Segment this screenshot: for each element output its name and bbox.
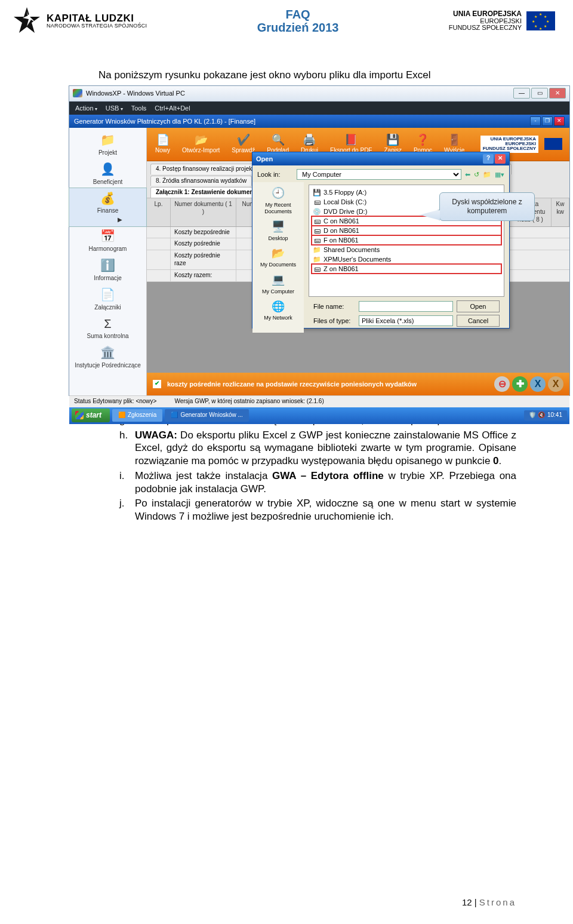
excel-import-button[interactable]: X (530, 376, 546, 392)
place-recent[interactable]: 🕘My Recent Documents (252, 186, 304, 216)
filename-label: File name: (313, 302, 355, 311)
add-button[interactable]: ✚ (512, 376, 528, 392)
list-item-i: i. Możliwa jest także instalacja GWA – E… (119, 469, 516, 496)
open-button[interactable]: Open (457, 300, 500, 312)
lookin-select[interactable]: My Computer (297, 169, 461, 180)
window-buttons: — ▭ ✕ (513, 88, 566, 99)
remove-button[interactable]: ⊖ (494, 376, 510, 392)
nav-informacje[interactable]: ℹ️Informacje (69, 256, 146, 285)
intro-text: Na poniższym rysunku pokazane jest okno … (98, 69, 516, 82)
vpc-title-text: WindowsXP - Windows Virtual PC (86, 89, 185, 97)
checkbar: ✔ koszty pośrednie rozliczane na podstaw… (147, 373, 569, 395)
app-close-button[interactable]: ✕ (554, 116, 565, 126)
excel-export-button[interactable]: X (548, 376, 563, 392)
checkbox-icon[interactable]: ✔ (153, 380, 161, 388)
dialog-bottom: File name: Open Files of type: Pliki Exc… (309, 297, 504, 330)
taskbar-item[interactable]: 🟦 Generator Wniosków ... (165, 409, 248, 422)
eu-text: UNIA EUROPEJSKA EUROPEJSKI FUNDUSZ SPOŁE… (449, 10, 522, 32)
lookin-row: Look in: My Computer ⬅ ↺ 📁 ▦▾ (257, 169, 504, 180)
dialog-close-button[interactable]: ✕ (495, 154, 506, 164)
open-dialog: Open ? ✕ Look in: My Computer ⬅ ↺ 📁 ▦▾ (252, 152, 510, 329)
place-mynet[interactable]: 🌐My Network (264, 299, 292, 322)
left-nav: 📁Projekt 👤Beneficjent 💰Finanse▶ 📅Harmono… (69, 128, 147, 395)
list-item-shared-z[interactable]: 🖴Z on NB061 (312, 264, 501, 274)
menu-usb[interactable]: USB (106, 104, 123, 112)
place-mycomp[interactable]: 💻My Computer (262, 272, 294, 296)
page-word: Strona (479, 897, 516, 907)
list-item-shared-f[interactable]: 🖴F on NB061 (312, 235, 501, 245)
nav-instytucje[interactable]: 🏛️Instytucje Pośredniczące (69, 343, 146, 372)
list-item[interactable]: 📁Shared Documents (312, 245, 501, 254)
status-bar: Status Edytowany plik: <nowy> Wersja GWP… (69, 395, 569, 407)
eu-flag-small-icon (544, 138, 562, 150)
app-restore-button[interactable]: ❐ (542, 116, 553, 126)
place-desktop[interactable]: 🖥️Desktop (268, 219, 288, 242)
doc-title: FAQ Grudzień 2013 (257, 8, 339, 34)
toolbar-eu: UNIA EUROPEJSKA EUROPEJSKI FUNDUSZ SPOŁE… (480, 136, 566, 153)
close-button[interactable]: ✕ (549, 88, 566, 99)
cancel-button[interactable]: Cancel (457, 315, 500, 327)
list-item-j: j. Po instalacji generatorów w trybie XP… (119, 497, 516, 523)
nav-finanse[interactable]: 💰Finanse▶ (69, 188, 146, 226)
callout-text: Dyski współdzielone z komputerem (452, 198, 522, 215)
up-icon[interactable]: ↺ (474, 170, 479, 179)
nav-beneficjent[interactable]: 👤Beneficjent (69, 159, 146, 189)
minimize-button[interactable]: — (513, 88, 530, 99)
kl-text: KAPITAŁ LUDZKI NARODOWA STRATEGIA SPÓJNO… (47, 13, 147, 29)
page-number: 12 (462, 897, 472, 907)
system-tray: 🛡️ 🔇 10:41 (524, 410, 567, 420)
taskbar-item[interactable]: 🟧 Zgłoszenia (112, 409, 162, 422)
status-version: Wersja GWP, w której ostatnio zapisano w… (174, 398, 324, 406)
app-title: Generator Wniosków Płatniczych dla PO KL… (74, 117, 255, 125)
views-icon[interactable]: ▦▾ (495, 170, 504, 179)
lookin-label: Look in: (257, 170, 293, 179)
kl-star-icon (12, 6, 42, 36)
app-titlebar: Generator Wniosków Płatniczych dla PO KL… (69, 115, 569, 128)
filetype-label: Files of type: (313, 317, 355, 325)
filename-field[interactable] (359, 301, 453, 312)
maximize-button[interactable]: ▭ (531, 88, 548, 99)
svg-marker-0 (14, 7, 40, 33)
tab-4[interactable]: 4. Postęp finansowy realizacji projektu (150, 164, 263, 174)
list-item-h: h. UWAGA: Do eksportu pliku Excel z GWP … (119, 429, 516, 468)
content: Na poniższym rysunku pokazane jest okno … (0, 36, 573, 523)
tb-nowy[interactable]: 📄Nowy (150, 132, 175, 156)
callout: Dyski współdzielone z komputerem (439, 192, 535, 222)
menu-action[interactable]: Action (75, 104, 97, 112)
screenshot: WindowsXP - Windows Virtual PC — ▭ ✕ Act… (69, 85, 570, 396)
menu-tools[interactable]: Tools (131, 104, 147, 112)
start-button[interactable]: start (72, 409, 110, 422)
title-line2: Grudzień 2013 (257, 21, 339, 34)
nav-harmonogram[interactable]: 📅Harmonogram (69, 226, 146, 256)
nav-suma[interactable]: ΣSuma kontrolna (69, 314, 146, 343)
menu-cad[interactable]: Ctrl+Alt+Del (155, 104, 190, 112)
status-file: Status Edytowany plik: <nowy> (74, 398, 156, 406)
place-mydocs[interactable]: 📂My Documents (260, 245, 296, 269)
filetype-field[interactable]: Pliki Excela (*.xls) (359, 315, 453, 326)
logo-kapital-ludzki: KAPITAŁ LUDZKI NARODOWA STRATEGIA SPÓJNO… (12, 6, 147, 36)
taskbar: start 🟧 Zgłoszenia 🟦 Generator Wniosków … (69, 407, 569, 424)
dialog-title: Open (256, 155, 273, 163)
page-header: KAPITAŁ LUDZKI NARODOWA STRATEGIA SPÓJNO… (0, 0, 573, 36)
nav-projekt[interactable]: 📁Projekt (69, 130, 146, 159)
list-item[interactable]: 📁XPMUser's Documents (312, 254, 501, 264)
nav-zalaczniki[interactable]: 📄Załączniki (69, 285, 146, 314)
back-icon[interactable]: ⬅ (465, 170, 470, 179)
vpc-menubar: Action USB Tools Ctrl+Alt+Del (69, 102, 569, 115)
list-item-shared-d[interactable]: 🖴D on NB061 (312, 226, 501, 235)
checkbar-text: koszty pośrednie rozliczane na podstawie… (167, 380, 417, 388)
kl-subtitle: NARODOWA STRATEGIA SPÓJNOŚCI (47, 23, 147, 29)
eu-line1: UNIA EUROPEJSKA (449, 10, 522, 18)
newfolder-icon[interactable]: 📁 (483, 170, 491, 179)
tb-otworz[interactable]: 📂Otwórz-Import (177, 132, 224, 156)
places-bar: 🕘My Recent Documents 🖥️Desktop 📂My Docum… (252, 182, 304, 333)
logo-eu: UNIA EUROPEJSKA EUROPEJSKI FUNDUSZ SPOŁE… (449, 10, 555, 32)
dialog-toolbar: ⬅ ↺ 📁 ▦▾ (465, 170, 504, 179)
tab-8[interactable]: 8. Źródła sfinansowania wydatków (150, 176, 252, 186)
instruction-list: g. Po uzupełnieniu wniosku o załączniki … (119, 414, 516, 523)
windows-icon (73, 89, 82, 97)
app-minimize-button[interactable]: - (530, 116, 541, 126)
dialog-help-button[interactable]: ? (483, 154, 494, 164)
vpc-titlebar: WindowsXP - Windows Virtual PC — ▭ ✕ (69, 86, 569, 102)
kl-title: KAPITAŁ LUDZKI (47, 13, 147, 23)
